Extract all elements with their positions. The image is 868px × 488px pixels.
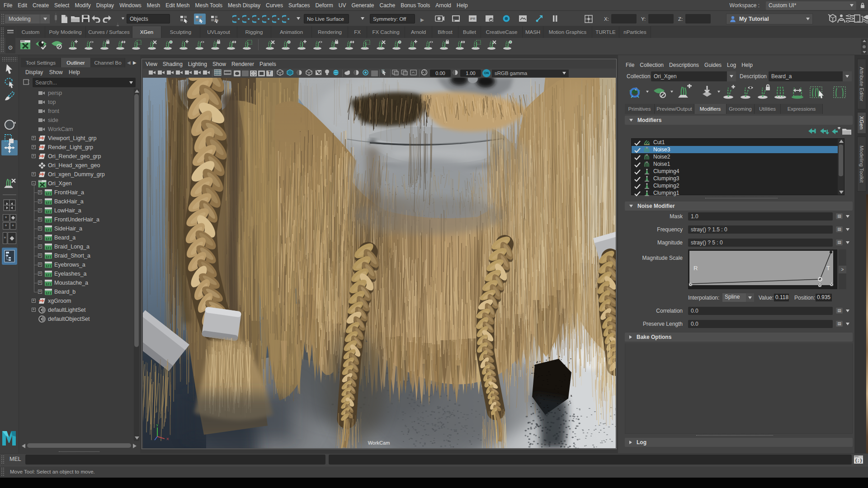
svg-text:X: X bbox=[166, 437, 169, 441]
svg-text:Y: Y bbox=[156, 423, 159, 427]
svg-text:IPR: IPR bbox=[470, 17, 476, 20]
svg-text:{;}: {;} bbox=[855, 459, 862, 463]
svg-text:R: R bbox=[693, 265, 698, 272]
svg-text:T: T bbox=[826, 265, 830, 272]
svg-text:WorkCam: WorkCam bbox=[368, 440, 390, 446]
